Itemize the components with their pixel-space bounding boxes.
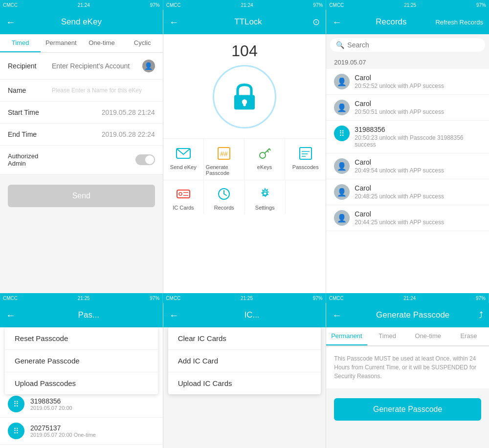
ic-cards-back-button[interactable]: ←	[169, 310, 184, 321]
avatar: 👤	[334, 100, 350, 115]
ttlock-back-button[interactable]: ←	[169, 17, 184, 28]
gen-tab-erase[interactable]: Erase	[448, 327, 489, 345]
record-name: 31988356	[355, 126, 481, 133]
name-placeholder: Please Enter a Name for this eKey	[52, 87, 155, 94]
camera-icon[interactable]: ⊙	[312, 17, 320, 27]
records-list: 👤Carol20:52:52 unlock with APP success👤C…	[326, 69, 489, 293]
menu-send-ekey[interactable]: Send eKey	[163, 139, 204, 180]
gen-notice: This Passcode MUST be used at least Once…	[326, 346, 489, 388]
upload-ic-cards-item[interactable]: Upload IC Cards	[168, 372, 321, 394]
passcode-item: ⠿319883562019.05.07 20:00	[0, 391, 163, 418]
ic-cards-icon	[175, 185, 192, 203]
svg-rect-2	[243, 102, 245, 107]
passcodes-icon	[297, 145, 314, 162]
passcode-item: ⠿005953292019.05.07 20:00 One-timeInvali…	[0, 445, 163, 448]
admin-label: Authorized Admin	[8, 152, 52, 167]
records-screen: ← Records Refresh Records 🔍 2019.05.07 👤…	[326, 10, 489, 293]
menu-records-label: Records	[214, 205, 234, 211]
passcode-body: Reset Passcode Generate Passcode Upload …	[0, 327, 163, 448]
status-left: CMCC 21:24 97%	[0, 0, 163, 10]
menu-generate-passcode[interactable]: ## Generate Passcode	[204, 139, 244, 180]
bottom-screens-row: ← Pas... Reset Passcode Generate Passcod…	[0, 303, 489, 448]
search-input[interactable]	[347, 41, 479, 49]
end-value[interactable]: 2019.05.28 22:24	[52, 130, 155, 138]
menu-settings[interactable]: Settings	[245, 180, 286, 214]
record-name: Carol	[355, 184, 481, 192]
passcode-meta: 2019.05.07 20:00	[30, 405, 155, 411]
refresh-records-button[interactable]: Refresh Records	[435, 19, 483, 26]
name-row: Name Please Enter a Name for this eKey	[0, 80, 163, 102]
gen-tab-timed[interactable]: Timed	[367, 327, 408, 345]
menu-records[interactable]: Records	[204, 180, 244, 214]
avatar: 👤	[334, 158, 350, 174]
tab-cyclic[interactable]: Cyclic	[122, 34, 163, 52]
gen-tab-bar: Permanent Timed One-time Erase	[326, 327, 489, 346]
generate-passcode-icon: ##	[215, 145, 233, 162]
upload-passcodes-item[interactable]: Upload Passcodes	[5, 372, 158, 394]
recipient-input[interactable]	[52, 62, 142, 70]
menu-ic-cards[interactable]: IC Cards	[163, 180, 204, 214]
lock-icon	[227, 80, 262, 114]
ttlock-screen: ← TTLock ⊙ 104 Send eKey	[163, 10, 327, 293]
recipient-label: Recipient	[8, 62, 52, 70]
start-label: Start Time	[8, 108, 52, 116]
bot-status-right: CMCC 21:24 97%	[326, 293, 489, 303]
send-ekey-icon	[175, 145, 192, 162]
form-card: Recipient 👤 Name Please Enter a Name for…	[0, 53, 163, 175]
menu-send-ekey-label: Send eKey	[170, 164, 197, 170]
back-button[interactable]: ←	[6, 17, 21, 28]
generate-passcode-button[interactable]: Generate Passcode	[334, 398, 481, 421]
start-value[interactable]: 2019.05.28 21:24	[52, 108, 155, 116]
gen-tab-one-time[interactable]: One-time	[408, 327, 448, 345]
passcode-header: ← Pas...	[0, 303, 163, 327]
tab-permanent[interactable]: Permanent	[41, 34, 81, 52]
gen-tab-permanent[interactable]: Permanent	[326, 327, 367, 345]
avatar: 👤	[334, 184, 350, 200]
bot-status-left: CMCC 21:25 97%	[0, 293, 163, 303]
menu-empty	[286, 180, 326, 214]
reset-passcode-item[interactable]: Reset Passcode	[5, 327, 158, 350]
date-group-0507: 2019.05.07	[326, 56, 489, 69]
passcode-back-button[interactable]: ←	[6, 310, 21, 321]
gen-body: This Passcode MUST be used at least Once…	[326, 346, 489, 448]
svg-line-9	[267, 150, 268, 152]
record-detail: 20:50:23 unlock with Passcode 31988356 s…	[355, 134, 481, 148]
settings-icon	[256, 185, 274, 203]
search-bar: 🔍	[326, 34, 489, 56]
screen-title: Send eKey	[21, 17, 142, 27]
svg-line-7	[265, 149, 269, 153]
bottom-status-bar: CMCC 21:25 97% CMCC 21:25 97% CMCC 21:24…	[0, 293, 489, 303]
menu-passcodes-label: Passcodes	[292, 164, 319, 170]
add-ic-card-item[interactable]: Add IC Card	[168, 350, 321, 372]
menu-ekeys[interactable]: eKeys	[244, 139, 285, 180]
records-title: Records	[347, 17, 435, 27]
gen-back-button[interactable]: ←	[332, 310, 347, 321]
record-detail: 20:50:51 unlock with APP success	[355, 108, 481, 115]
records-back-button[interactable]: ←	[332, 17, 347, 28]
avatar: ⠿	[334, 126, 350, 141]
passcode-dropdown: Reset Passcode Generate Passcode Upload …	[5, 327, 158, 394]
menu-gen-passcode-label: Generate Passcode	[206, 164, 242, 176]
tab-one-time[interactable]: One-time	[81, 34, 122, 52]
ekey-form: Recipient 👤 Name Please Enter a Name for…	[0, 53, 163, 293]
tab-timed[interactable]: Timed	[0, 34, 41, 52]
admin-toggle[interactable]	[135, 154, 155, 165]
record-detail: 20:44:25 unlock with APP success	[355, 219, 481, 226]
contact-icon[interactable]: 👤	[142, 60, 155, 72]
ttlock-header: ← TTLock ⊙	[163, 10, 326, 34]
gen-passcode-header: ← Generate Passcode ⤴	[326, 303, 489, 327]
generate-passcode-item[interactable]: Generate Passcode	[5, 350, 158, 372]
passcode-num-icon: ⠿	[8, 423, 24, 439]
gen-title: Generate Passcode	[347, 310, 479, 320]
ttlock-menu-row1: Send eKey ## Generate Passcode eKeys	[163, 138, 326, 180]
admin-row: Authorized Admin	[0, 146, 163, 174]
record-detail: 20:52:52 unlock with APP success	[355, 83, 481, 89]
svg-line-8	[269, 149, 270, 150]
clear-ic-cards-item[interactable]: Clear IC Cards	[168, 327, 321, 350]
record-item: ⠿3198835620:50:23 unlock with Passcode 3…	[326, 121, 489, 153]
export-icon[interactable]: ⤴	[479, 310, 483, 320]
menu-passcodes[interactable]: Passcodes	[285, 139, 326, 180]
send-button[interactable]: Send	[8, 185, 155, 207]
record-detail: 20:48:25 unlock with APP success	[355, 193, 481, 200]
top-status-bar: CMCC 21:24 97% CMCC 21:24 97% CMCC 21:25…	[0, 0, 489, 10]
